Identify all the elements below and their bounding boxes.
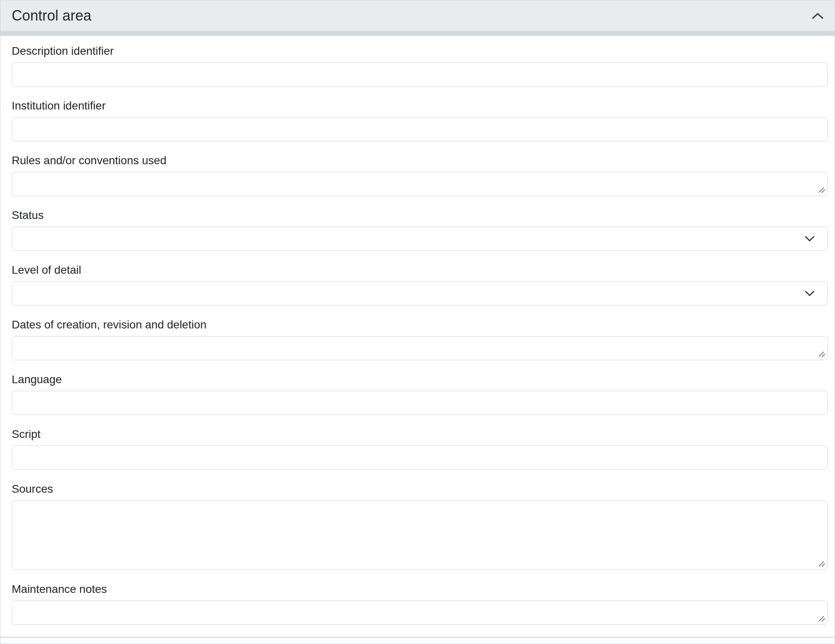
control-area-header[interactable]: Control area [0,0,835,36]
resize-grip-icon[interactable] [818,350,826,358]
panel-title: Control area [12,8,91,23]
dates-creation-revision-deletion-textarea[interactable] [12,336,828,360]
field-level-of-detail: Level of detail [12,263,828,305]
institution-identifier-label: Institution identifier [12,99,828,113]
field-sources: Sources [12,482,828,570]
resize-grip-icon[interactable] [818,559,826,568]
resize-grip-icon[interactable] [818,186,826,194]
language-label: Language [12,372,828,387]
field-maintenance-notes: Maintenance notes [12,582,828,625]
level-of-detail-label: Level of detail [12,263,828,277]
dates-creation-revision-deletion-label: Dates of creation, revision and deletion [12,318,828,332]
script-label: Script [12,427,828,442]
field-status: Status [12,208,828,251]
rules-conventions-textarea[interactable] [12,172,828,196]
field-dates-creation-revision-deletion: Dates of creation, revision and deletion [12,318,828,360]
control-area-form: Description identifier Institution ident… [0,36,835,638]
rules-conventions-label: Rules and/or conventions used [12,153,828,168]
resize-grip-icon[interactable] [818,614,826,622]
maintenance-notes-textarea[interactable] [12,601,828,625]
field-rules-conventions: Rules and/or conventions used [12,153,828,196]
description-identifier-label: Description identifier [12,44,828,58]
field-language: Language [12,372,828,415]
script-input[interactable] [12,446,828,470]
status-select[interactable] [12,227,828,251]
chevron-up-icon[interactable] [811,12,824,20]
description-identifier-input[interactable] [12,62,828,87]
institution-identifier-input[interactable] [12,117,828,141]
maintenance-notes-label: Maintenance notes [12,582,828,597]
language-input[interactable] [12,391,828,415]
sources-textarea[interactable] [12,500,828,570]
field-description-identifier: Description identifier [12,44,828,87]
field-institution-identifier: Institution identifier [12,99,828,141]
status-label: Status [12,208,828,223]
field-script: Script [12,427,828,470]
control-area-panel: Control area Description identifier Inst… [0,0,835,644]
sources-label: Sources [12,482,828,496]
level-of-detail-select[interactable] [12,281,828,305]
